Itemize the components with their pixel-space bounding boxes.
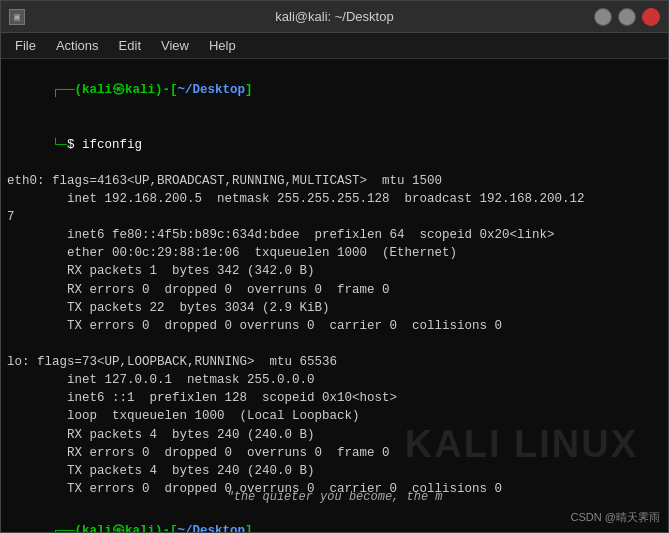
- menu-view[interactable]: View: [153, 36, 197, 55]
- command-line-1: └─$ ifconfig: [7, 117, 662, 171]
- window-icon: ▣: [9, 9, 25, 25]
- attribution-label: CSDN @晴天霁雨: [571, 510, 660, 526]
- output-line-4: inet6 fe80::4f5b:b89c:634d:bdee prefixle…: [7, 226, 662, 244]
- output-line-2: inet 192.168.200.5 netmask 255.255.255.1…: [7, 190, 662, 208]
- prompt-user-2: ┌──(: [52, 524, 82, 532]
- window-controls: [594, 8, 660, 26]
- prompt-user-1: ┌──(: [52, 83, 82, 97]
- menu-edit[interactable]: Edit: [111, 36, 149, 55]
- output-line-9: TX errors 0 dropped 0 overruns 0 carrier…: [7, 317, 662, 335]
- menu-file[interactable]: File: [7, 36, 44, 55]
- prompt-path-2: ~/Desktop: [178, 524, 246, 532]
- prompt-bracket-2: )-[: [155, 524, 178, 532]
- output-line-10: lo: flags=73<UP,LOOPBACK,RUNNING> mtu 65…: [7, 353, 662, 371]
- quote-text: "the quieter you become, the m: [226, 489, 442, 506]
- output-line-6: RX packets 1 bytes 342 (342.0 B): [7, 262, 662, 280]
- output-line-8: TX packets 22 bytes 3034 (2.9 KiB): [7, 299, 662, 317]
- prompt-user-host-1: kali㉿kali: [82, 83, 155, 97]
- prompt-bracket-1: )-[: [155, 83, 178, 97]
- prompt-user-host-2: kali㉿kali: [82, 524, 155, 532]
- prompt-line-2: ┌──(kali㉿kali)-[~/Desktop]: [7, 504, 662, 532]
- minimize-button[interactable]: [594, 8, 612, 26]
- output-line-11: inet 127.0.0.1 netmask 255.0.0.0: [7, 371, 662, 389]
- menu-help[interactable]: Help: [201, 36, 244, 55]
- output-line-12: inet6 ::1 prefixlen 128 scopeid 0x10<hos…: [7, 389, 662, 407]
- menu-actions[interactable]: Actions: [48, 36, 107, 55]
- maximize-button[interactable]: [618, 8, 636, 26]
- prompt-path-1: ~/Desktop: [178, 83, 246, 97]
- title-bar: ▣ kali@kali: ~/Desktop: [1, 1, 668, 33]
- output-blank: [7, 335, 662, 353]
- output-line-7: RX errors 0 dropped 0 overruns 0 frame 0: [7, 281, 662, 299]
- watermark: KALI LINUX: [405, 417, 638, 472]
- window-title: kali@kali: ~/Desktop: [275, 9, 393, 24]
- output-line-3: 7: [7, 208, 662, 226]
- window-icon-symbol: ▣: [14, 11, 20, 23]
- prompt-line-1: ┌──(kali㉿kali)-[~/Desktop]: [7, 63, 662, 117]
- command-text-1: $ ifconfig: [67, 138, 142, 152]
- menu-bar: File Actions Edit View Help: [1, 33, 668, 59]
- terminal-window: ▣ kali@kali: ~/Desktop File Actions Edit…: [0, 0, 669, 533]
- terminal-body[interactable]: ┌──(kali㉿kali)-[~/Desktop] └─$ ifconfig …: [1, 59, 668, 532]
- prompt-arrow-1: └─: [52, 138, 67, 152]
- close-button[interactable]: [642, 8, 660, 26]
- title-bar-left: ▣: [9, 9, 25, 25]
- output-line-5: ether 00:0c:29:88:1e:06 txqueuelen 1000 …: [7, 244, 662, 262]
- prompt-bracket-end-1: ]: [245, 83, 253, 97]
- prompt-bracket-end-2: ]: [245, 524, 253, 532]
- output-line-1: eth0: flags=4163<UP,BROADCAST,RUNNING,MU…: [7, 172, 662, 190]
